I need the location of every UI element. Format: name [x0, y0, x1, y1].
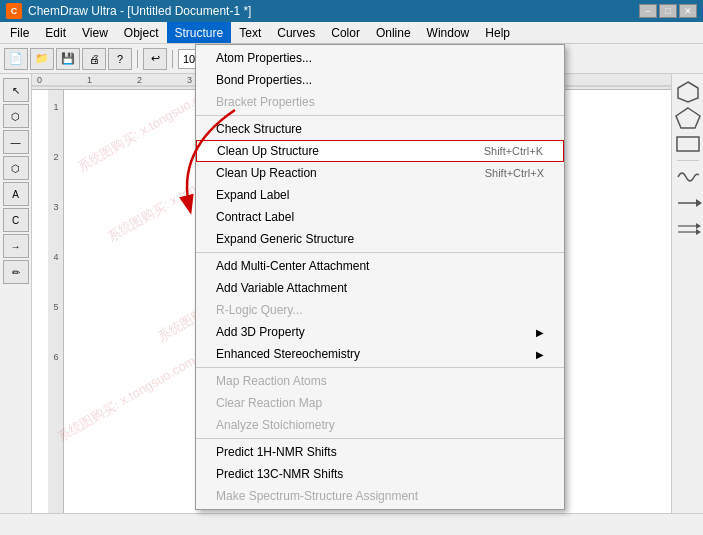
menu-expand-generic[interactable]: Expand Generic Structure: [196, 228, 564, 250]
cleanup-reaction-shortcut: Shift+Ctrl+X: [485, 167, 544, 179]
contract-label-label: Contract Label: [216, 210, 294, 224]
cleanup-structure-label: Clean Up Structure: [217, 144, 319, 158]
bond-properties-label: Bond Properties...: [216, 73, 312, 87]
menu-add-multicenter[interactable]: Add Multi-Center Attachment: [196, 255, 564, 277]
add-variable-label: Add Variable Attachment: [216, 281, 347, 295]
expand-label-label: Expand Label: [216, 188, 289, 202]
sep2: [196, 252, 564, 253]
enhanced-stereo-label: Enhanced Stereochemistry: [216, 347, 360, 361]
rlogic-query-label: R-Logic Query...: [216, 303, 302, 317]
predict-1h-label: Predict 1H-NMR Shifts: [216, 445, 337, 459]
add-3d-label: Add 3D Property: [216, 325, 305, 339]
analyze-stoich-label: Analyze Stoichiometry: [216, 418, 335, 432]
menu-bond-properties[interactable]: Bond Properties...: [196, 69, 564, 91]
sep1: [196, 115, 564, 116]
expand-generic-label: Expand Generic Structure: [216, 232, 354, 246]
menu-clear-reaction: Clear Reaction Map: [196, 392, 564, 414]
add-multicenter-label: Add Multi-Center Attachment: [216, 259, 369, 273]
menu-expand-label[interactable]: Expand Label: [196, 184, 564, 206]
menu-cleanup-structure[interactable]: Clean Up Structure Shift+Ctrl+K: [196, 140, 564, 162]
menu-enhanced-stereo[interactable]: Enhanced Stereochemistry ▶: [196, 343, 564, 365]
sep4: [196, 438, 564, 439]
predict-13c-label: Predict 13C-NMR Shifts: [216, 467, 343, 481]
menu-predict-1h[interactable]: Predict 1H-NMR Shifts: [196, 441, 564, 463]
atom-properties-label: Atom Properties...: [216, 51, 312, 65]
menu-add-3d[interactable]: Add 3D Property ▶: [196, 321, 564, 343]
menu-bracket-properties: Bracket Properties: [196, 91, 564, 113]
menu-check-structure[interactable]: Check Structure: [196, 118, 564, 140]
clear-reaction-label: Clear Reaction Map: [216, 396, 322, 410]
menu-add-variable[interactable]: Add Variable Attachment: [196, 277, 564, 299]
enhanced-stereo-arrow: ▶: [536, 349, 544, 360]
cleanup-reaction-label: Clean Up Reaction: [216, 166, 317, 180]
menu-analyze-stoich: Analyze Stoichiometry: [196, 414, 564, 436]
check-structure-label: Check Structure: [216, 122, 302, 136]
dropdown-overlay[interactable]: Atom Properties... Bond Properties... Br…: [0, 0, 703, 535]
cleanup-structure-shortcut: Shift+Ctrl+K: [484, 145, 543, 157]
menu-atom-properties[interactable]: Atom Properties...: [196, 47, 564, 69]
make-spectrum-label: Make Spectrum-Structure Assignment: [216, 489, 418, 503]
menu-make-spectrum: Make Spectrum-Structure Assignment: [196, 485, 564, 507]
structure-menu: Atom Properties... Bond Properties... Br…: [195, 44, 565, 510]
sep3: [196, 367, 564, 368]
bracket-properties-label: Bracket Properties: [216, 95, 315, 109]
menu-map-reaction: Map Reaction Atoms: [196, 370, 564, 392]
menu-rlogic-query: R-Logic Query...: [196, 299, 564, 321]
menu-cleanup-reaction[interactable]: Clean Up Reaction Shift+Ctrl+X: [196, 162, 564, 184]
map-reaction-label: Map Reaction Atoms: [216, 374, 327, 388]
menu-predict-13c[interactable]: Predict 13C-NMR Shifts: [196, 463, 564, 485]
menu-contract-label[interactable]: Contract Label: [196, 206, 564, 228]
add-3d-arrow: ▶: [536, 327, 544, 338]
